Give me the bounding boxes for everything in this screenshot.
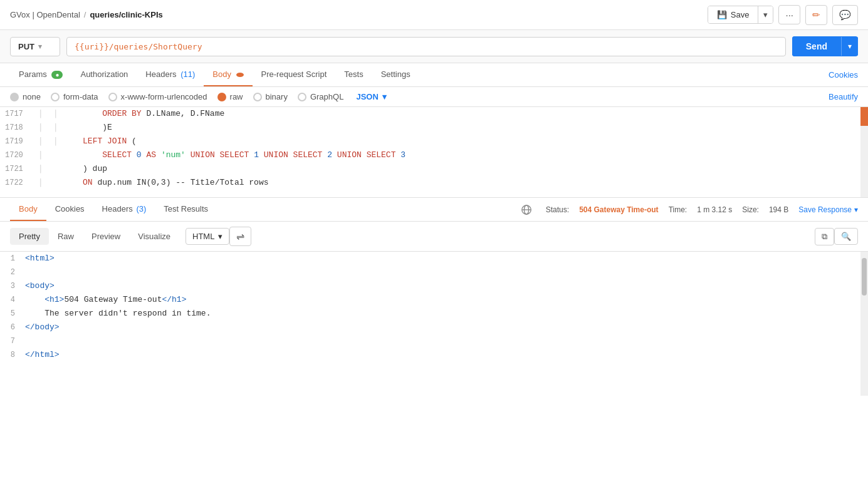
line-gutter: │ bbox=[33, 135, 48, 148]
tab-authorization[interactable]: Authorization bbox=[71, 63, 137, 86]
response-scrollbar[interactable] bbox=[860, 252, 868, 396]
line-number: 5 bbox=[5, 307, 25, 321]
raw-radio bbox=[217, 93, 226, 101]
send-button[interactable]: Send bbox=[792, 36, 841, 56]
tab-body-label: Body bbox=[212, 69, 231, 79]
wrap-button[interactable]: ⇌ bbox=[229, 227, 251, 246]
none-label: none bbox=[23, 92, 41, 101]
html-line-2: 2 bbox=[0, 265, 868, 279]
status-label: Status: bbox=[546, 205, 569, 214]
send-chevron-button[interactable]: ▾ bbox=[841, 37, 858, 56]
line-gutter2: │ bbox=[48, 121, 63, 135]
tab-prerequest-label: Pre-request Script bbox=[261, 69, 327, 79]
urlencoded-radio bbox=[108, 93, 117, 101]
save-chevron-button[interactable]: ▾ bbox=[758, 6, 773, 23]
response-tabs: Body Cookies Headers (3) Test Results St… bbox=[0, 198, 868, 222]
code-line-1717: 1717 │ │ ORDER BY D.LName, D.FName bbox=[0, 107, 868, 121]
time-label: Time: bbox=[669, 205, 688, 214]
viewer-tab-preview[interactable]: Preview bbox=[83, 228, 129, 245]
line-number: 8 bbox=[5, 348, 25, 362]
line-content: SELECT 0 AS 'num' UNION SELECT 1 UNION S… bbox=[63, 148, 405, 162]
comment-button[interactable]: 💬 bbox=[832, 5, 858, 25]
body-dot bbox=[236, 73, 244, 77]
raw-label: raw bbox=[230, 92, 243, 101]
line-number: 6 bbox=[5, 321, 25, 334]
option-graphql[interactable]: GraphQL bbox=[298, 92, 343, 101]
line-gutter: │ bbox=[33, 162, 48, 176]
save-button[interactable]: 💾 Save bbox=[708, 6, 758, 23]
body-options: none form-data x-www-form-urlencoded raw… bbox=[0, 87, 868, 107]
resp-headers-count: (3) bbox=[136, 204, 146, 214]
editor-scrollbar-thumb bbox=[860, 107, 868, 126]
line-gutter2: │ bbox=[48, 135, 63, 148]
tab-pre-request[interactable]: Pre-request Script bbox=[253, 63, 336, 86]
editor-scrollbar[interactable] bbox=[860, 107, 868, 197]
html-line-1: 1 <html> bbox=[0, 252, 868, 265]
line-gutter: │ bbox=[33, 148, 48, 162]
tab-headers-label: Headers bbox=[145, 69, 176, 79]
response-body: 1 <html> 2 3 <body> 4 <h1>504 Gateway Ti… bbox=[0, 252, 868, 396]
urlencoded-label: x-www-form-urlencoded bbox=[121, 92, 207, 101]
resp-tab-test-results[interactable]: Test Results bbox=[155, 198, 217, 221]
viewer-tabs: Pretty Raw Preview Visualize HTML ▾ ⇌ ⧉ … bbox=[0, 222, 868, 252]
response-lines: 1 <html> 2 3 <body> 4 <h1>504 Gateway Ti… bbox=[0, 252, 868, 362]
more-options-button[interactable]: ··· bbox=[778, 5, 800, 24]
viewer-tab-visualize[interactable]: Visualize bbox=[129, 228, 179, 245]
size-label: Size: bbox=[742, 205, 759, 214]
status-value: 504 Gateway Time-out bbox=[579, 205, 659, 214]
line-gutter: │ bbox=[33, 107, 48, 121]
method-selector[interactable]: PUT ▾ bbox=[10, 37, 60, 56]
url-input[interactable] bbox=[66, 37, 786, 56]
save-response-label: Save Response bbox=[798, 205, 852, 214]
format-chevron-icon: ▾ bbox=[218, 232, 222, 241]
resp-tab-headers[interactable]: Headers (3) bbox=[93, 198, 155, 221]
resp-tab-cookies[interactable]: Cookies bbox=[46, 198, 93, 221]
headers-count: (11) bbox=[180, 69, 195, 79]
html-line-5: 5 The server didn't respond in time. bbox=[0, 307, 868, 321]
code-editor[interactable]: 1717 │ │ ORDER BY D.LName, D.FName 1718 … bbox=[0, 107, 868, 198]
line-content: ORDER BY D.LName, D.FName bbox=[63, 107, 224, 121]
tab-params[interactable]: Params ● bbox=[10, 63, 71, 86]
copy-button[interactable]: ⧉ bbox=[815, 228, 834, 245]
json-selector[interactable]: JSON ▾ bbox=[356, 92, 386, 101]
option-urlencoded[interactable]: x-www-form-urlencoded bbox=[108, 92, 207, 101]
line-number: 1718 bbox=[5, 121, 33, 135]
none-radio bbox=[10, 93, 19, 101]
tab-settings-label: Settings bbox=[381, 69, 410, 79]
method-label: PUT bbox=[18, 42, 34, 51]
option-none[interactable]: none bbox=[10, 92, 41, 101]
viewer-tab-raw[interactable]: Raw bbox=[49, 228, 83, 245]
beautify-button[interactable]: Beautify bbox=[829, 92, 858, 101]
tab-tests[interactable]: Tests bbox=[335, 63, 372, 86]
save-response-button[interactable]: Save Response ▾ bbox=[798, 205, 858, 214]
option-binary[interactable]: binary bbox=[253, 92, 288, 101]
html-line-3: 3 <body> bbox=[0, 279, 868, 293]
line-number: 2 bbox=[5, 265, 25, 279]
edit-button[interactable]: ✏ bbox=[805, 5, 827, 25]
format-label: HTML bbox=[192, 232, 214, 241]
tab-settings[interactable]: Settings bbox=[372, 63, 419, 86]
json-chevron-icon: ▾ bbox=[382, 92, 387, 101]
resp-headers-label: Headers bbox=[102, 204, 133, 214]
line-number: 7 bbox=[5, 334, 25, 348]
cookies-link[interactable]: Cookies bbox=[829, 64, 858, 86]
line-content: LEFT JOIN ( bbox=[63, 135, 137, 148]
option-form-data[interactable]: form-data bbox=[51, 92, 98, 101]
format-selector[interactable]: HTML ▾ bbox=[186, 228, 229, 245]
code-line-1721: 1721 │ ) dup bbox=[0, 162, 868, 176]
breadcrumb: GVox | OpenDental / queries/clinic-KPIs bbox=[10, 10, 163, 19]
line-content: </body> bbox=[25, 321, 60, 334]
graphql-label: GraphQL bbox=[310, 92, 343, 101]
html-line-8: 8 </html> bbox=[0, 348, 868, 362]
search-button[interactable]: 🔍 bbox=[834, 228, 858, 245]
line-content: The server didn't respond in time. bbox=[25, 307, 211, 321]
option-raw[interactable]: raw bbox=[217, 92, 243, 101]
code-line-1719: 1719 │ │ LEFT JOIN ( bbox=[0, 135, 868, 148]
viewer-tab-pretty[interactable]: Pretty bbox=[10, 228, 49, 245]
size-value: 194 B bbox=[769, 205, 788, 214]
graphql-radio bbox=[298, 93, 306, 101]
line-gutter: │ bbox=[33, 176, 48, 190]
tab-headers[interactable]: Headers (11) bbox=[137, 63, 204, 86]
tab-body[interactable]: Body bbox=[204, 63, 252, 86]
resp-tab-body[interactable]: Body bbox=[10, 198, 46, 221]
